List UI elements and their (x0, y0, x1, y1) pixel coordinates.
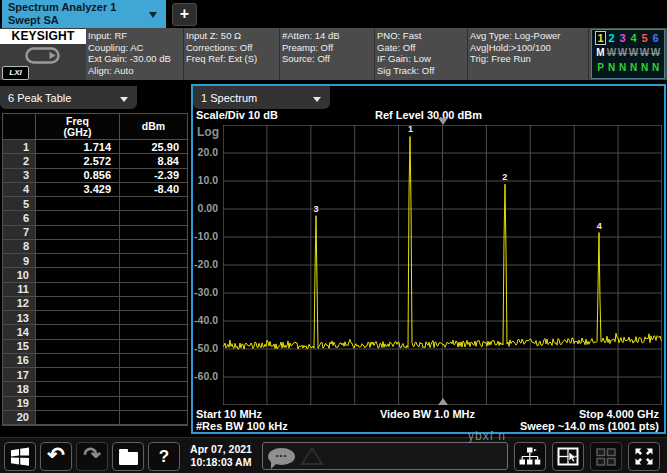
peak-table-row-4[interactable]: 43.429-8.40 (3, 183, 187, 197)
dbm-cell: -2.39 (120, 169, 187, 183)
res-bw-label: #Res BW 100 kHz (196, 420, 288, 432)
peak-table-row-14[interactable]: 14 (3, 325, 187, 339)
spectrum-analyzer-app: { "top_bar": { "tab_line1": "Spectrum An… (0, 0, 667, 473)
y-axis-labels: 20.010.00.00-10.0-20.0-30.0-40.0-50.0-60… (193, 125, 220, 405)
trace-number-2[interactable]: 2 (606, 31, 617, 45)
trace-number-5[interactable]: 5 (639, 31, 650, 45)
header-divider (279, 28, 280, 80)
chevron-down-icon (120, 97, 128, 102)
file-explorer-button[interactable] (112, 442, 144, 471)
dbm-cell (120, 283, 187, 297)
peak-table-row-3[interactable]: 30.856-2.39 (3, 169, 187, 183)
help-button[interactable]: ? (148, 442, 180, 471)
dbm-cell: 25.90 (120, 140, 187, 154)
peak-table-row-9[interactable]: 9 (3, 254, 187, 268)
select-window-button[interactable] (552, 442, 584, 471)
header-settings-column-3[interactable]: #Atten: 14 dBPreamp: OffSource: Off (282, 30, 373, 80)
trace-status-panel[interactable]: 123456 MWWWWW PNNNNN (591, 29, 665, 79)
peak-table-panel: 6 Peak Table Freq (GHz) dBm 11.71425.902… (0, 84, 190, 434)
row-number-cell: 10 (3, 268, 36, 282)
stop-freq-label: Stop 4.000 GHz (579, 408, 659, 420)
spectrum-plot-area: 1234 (223, 125, 662, 405)
trace-numbers-row: 123456 (595, 31, 661, 45)
row-number-cell: 12 (3, 297, 36, 311)
trace-number-1[interactable]: 1 (595, 31, 606, 45)
chevron-down-icon[interactable] (149, 12, 157, 18)
header-divider (183, 28, 184, 80)
mode-tab-title: Spectrum Analyzer 1 (8, 1, 166, 14)
header-settings-column-2[interactable]: Input Z: 50 ΩCorrections: OffFreq Ref: E… (186, 30, 278, 80)
dbm-cell (120, 397, 187, 411)
peak-table-row-16[interactable]: 16 (3, 354, 187, 368)
add-tab-button[interactable]: + (172, 3, 197, 26)
trace-type-indicator: W (606, 45, 617, 60)
redo-button[interactable]: ↷ (76, 442, 108, 471)
peak-table-row-12[interactable]: 12 (3, 297, 187, 311)
row-number-cell: 6 (3, 211, 36, 225)
peak-table-row-10[interactable]: 10 (3, 268, 187, 282)
fullscreen-button[interactable] (628, 442, 660, 471)
row-number-cell: 20 (3, 411, 36, 425)
y-axis-tick-label: 20.0 (198, 146, 218, 158)
peak-table-row-13[interactable]: 13 (3, 311, 187, 325)
dbm-cell (120, 197, 187, 211)
continuous-sweep-icon[interactable] (25, 47, 61, 68)
peak-table-row-11[interactable]: 11 (3, 283, 187, 297)
peak-table-row-8[interactable]: 8 (3, 240, 187, 254)
window-layout-button[interactable] (590, 442, 622, 471)
spectrum-selector-label: 1 Spectrum (201, 92, 313, 104)
peak-table-row-1[interactable]: 11.71425.90 (3, 140, 187, 154)
sequence-setup-button[interactable] (514, 442, 546, 471)
trace-number-4[interactable]: 4 (628, 31, 639, 45)
sequence-diagram-icon (519, 447, 541, 466)
message-bar[interactable]: ••• (262, 442, 508, 470)
folder-icon (119, 452, 138, 465)
undo-button[interactable]: ↶ (40, 442, 72, 471)
annotation-row-1: Start 10 MHz Video BW 1.0 MHz Stop 4.000… (196, 408, 659, 420)
peak-table-row-7[interactable]: 7 (3, 226, 187, 240)
peak-table-row-5[interactable]: 5 (3, 197, 187, 211)
y-axis-tick-label: 10.0 (198, 174, 218, 186)
header-setting-line: PNO: Fast (377, 30, 466, 42)
mode-tab-swept-sa[interactable]: Spectrum Analyzer 1 Swept SA (2, 0, 166, 28)
peak-table-row-19[interactable]: 19 (3, 397, 187, 411)
header-setting-line: Sig Track: Off (377, 65, 466, 77)
help-icon: ? (159, 447, 169, 467)
trace-type-indicator: W (617, 45, 628, 60)
peak-table-row-2[interactable]: 22.5728.84 (3, 154, 187, 168)
freq-cell: 0.856 (36, 169, 120, 183)
redo-icon: ↷ (83, 445, 101, 465)
dbm-cell (120, 411, 187, 425)
header-settings-column-4[interactable]: PNO: FastGate: OffIF Gain: LowSig Track:… (377, 30, 466, 80)
spectrum-view-selector[interactable]: 1 Spectrum (193, 86, 330, 109)
datetime-display[interactable]: Apr 07, 2021 10:18:03 AM (182, 443, 260, 469)
freq-cell: 2.572 (36, 154, 120, 168)
windows-menu-button[interactable] (4, 442, 36, 471)
y-axis-tick-label: -20.0 (194, 258, 218, 270)
peak-table-row-15[interactable]: 15 (3, 340, 187, 354)
header-divider (588, 28, 589, 80)
select-window-icon (557, 447, 579, 466)
peak-table-row-18[interactable]: 18 (3, 382, 187, 396)
undo-icon: ↶ (47, 445, 65, 465)
trace-type-row: MWWWWW (595, 45, 661, 60)
dbm-column-header: dBm (120, 114, 187, 140)
peak-table-view-selector[interactable]: 6 Peak Table (0, 86, 137, 109)
message-bubble-icon: ••• (268, 448, 295, 465)
peak-table-row-20[interactable]: 20 (3, 411, 187, 425)
trace-number-3[interactable]: 3 (617, 31, 628, 45)
freq-cell (36, 411, 120, 425)
trace-type-indicator: M (595, 45, 606, 60)
y-axis-tick-label: -50.0 (194, 342, 218, 354)
header-setting-line: Avg|Hold:>100/100 (470, 42, 588, 54)
peak-table-row-17[interactable]: 17 (3, 368, 187, 382)
peak-table-row-6[interactable]: 6 (3, 211, 187, 225)
row-number-cell: 18 (3, 382, 36, 396)
header-setting-line: Gate: Off (377, 42, 466, 54)
header-settings-column-1[interactable]: Input: RFCoupling: ACExt Gain: -30.00 dB… (88, 30, 182, 80)
trace-number-6[interactable]: 6 (650, 31, 661, 45)
row-number-cell: 11 (3, 283, 36, 297)
header-settings-column-5[interactable]: Avg Type: Log-PowerAvg|Hold:>100/100Trig… (470, 30, 588, 80)
header-setting-line: Freq Ref: Ext (S) (186, 53, 278, 65)
row-number-cell: 3 (3, 169, 36, 183)
